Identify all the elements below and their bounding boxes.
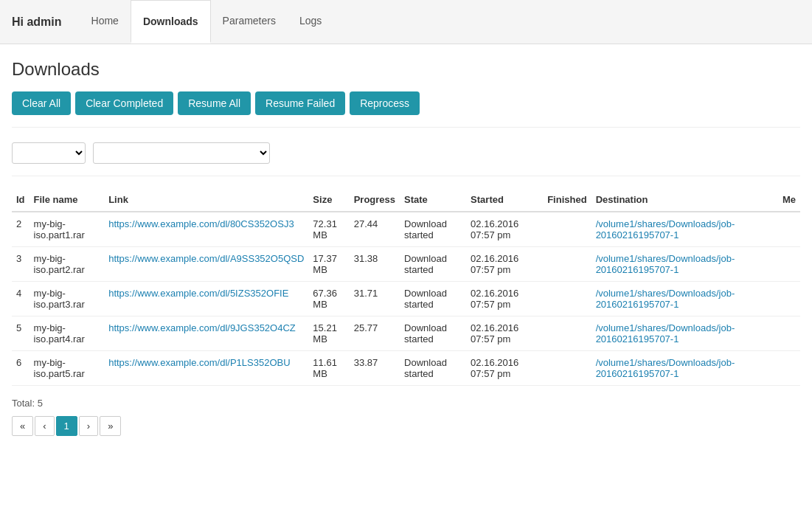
cell-finished xyxy=(543,316,591,351)
col-started: Started xyxy=(466,188,543,212)
cell-link[interactable]: https://www.example.com/dl/5IZS352OFIE xyxy=(104,282,308,316)
pagination-row: Total: 5 « ‹ 1 › » xyxy=(12,398,800,436)
table-header-row: Id File name Link Size Progress State St… xyxy=(12,188,800,212)
cell-state: Download started xyxy=(400,212,466,247)
cell-destination[interactable]: /volume1/shares/Downloads/job-2016021619… xyxy=(591,316,778,351)
cell-me xyxy=(778,247,800,282)
filter-select-2[interactable] xyxy=(93,142,270,164)
cell-state: Download started xyxy=(400,351,466,386)
col-filename: File name xyxy=(30,188,105,212)
cell-me xyxy=(778,212,800,247)
col-me: Me xyxy=(778,188,800,212)
cell-id: 6 xyxy=(12,351,30,386)
cell-progress: 31.71 xyxy=(350,282,400,316)
cell-progress: 31.38 xyxy=(350,247,400,282)
tab-home[interactable]: Home xyxy=(80,0,131,44)
cell-finished xyxy=(543,212,591,247)
reprocess-button[interactable]: Reprocess xyxy=(350,91,420,115)
pagination: « ‹ 1 › » xyxy=(12,416,800,436)
cell-finished xyxy=(543,351,591,386)
cell-destination[interactable]: /volume1/shares/Downloads/job-2016021619… xyxy=(591,351,778,386)
nav-brand: Hi admin xyxy=(12,15,62,29)
page-last-button[interactable]: » xyxy=(100,416,121,436)
table-row: 3 my-big-iso.part2.rar https://www.examp… xyxy=(12,247,800,282)
cell-started: 02.16.2016 07:57 pm xyxy=(466,212,543,247)
cell-progress: 27.44 xyxy=(350,212,400,247)
navbar: Hi admin Home Downloads Parameters Logs xyxy=(0,0,812,44)
cell-me xyxy=(778,282,800,316)
cell-me xyxy=(778,351,800,386)
col-progress: Progress xyxy=(350,188,400,212)
cell-started: 02.16.2016 07:57 pm xyxy=(466,316,543,351)
col-finished: Finished xyxy=(543,188,591,212)
cell-filename: my-big-iso.part3.rar xyxy=(30,282,105,316)
cell-finished xyxy=(543,282,591,316)
cell-me xyxy=(778,316,800,351)
page-title: Downloads xyxy=(12,59,800,80)
cell-link[interactable]: https://www.example.com/dl/9JGS352O4CZ xyxy=(104,316,308,351)
cell-filename: my-big-iso.part5.rar xyxy=(30,351,105,386)
cell-size: 72.31 MB xyxy=(308,212,349,247)
cell-size: 11.61 MB xyxy=(308,351,349,386)
tab-downloads[interactable]: Downloads xyxy=(131,0,211,44)
col-state: State xyxy=(400,188,466,212)
tab-parameters[interactable]: Parameters xyxy=(211,0,288,44)
total-label: Total: 5 xyxy=(12,398,800,409)
page-first-button[interactable]: « xyxy=(12,416,33,436)
cell-size: 67.36 MB xyxy=(308,282,349,316)
col-id: Id xyxy=(12,188,30,212)
cell-filename: my-big-iso.part2.rar xyxy=(30,247,105,282)
page-current-button[interactable]: 1 xyxy=(56,416,77,436)
cell-link[interactable]: https://www.example.com/dl/P1LS352OBU xyxy=(104,351,308,386)
cell-filename: my-big-iso.part1.rar xyxy=(30,212,105,247)
action-buttons: Clear All Clear Completed Resume All Res… xyxy=(12,91,800,128)
cell-id: 2 xyxy=(12,212,30,247)
cell-id: 3 xyxy=(12,247,30,282)
downloads-table: Id File name Link Size Progress State St… xyxy=(12,188,800,386)
table-row: 2 my-big-iso.part1.rar https://www.examp… xyxy=(12,212,800,247)
cell-size: 15.21 MB xyxy=(308,316,349,351)
cell-started: 02.16.2016 07:57 pm xyxy=(466,282,543,316)
resume-failed-button[interactable]: Resume Failed xyxy=(255,91,345,115)
cell-state: Download started xyxy=(400,316,466,351)
cell-destination[interactable]: /volume1/shares/Downloads/job-2016021619… xyxy=(591,282,778,316)
resume-all-button[interactable]: Resume All xyxy=(178,91,251,115)
table-row: 5 my-big-iso.part4.rar https://www.examp… xyxy=(12,316,800,351)
cell-started: 02.16.2016 07:57 pm xyxy=(466,351,543,386)
cell-state: Download started xyxy=(400,282,466,316)
col-destination: Destination xyxy=(591,188,778,212)
cell-link[interactable]: https://www.example.com/dl/80CS352OSJ3 xyxy=(104,212,308,247)
page-prev-button[interactable]: ‹ xyxy=(35,416,54,436)
cell-state: Download started xyxy=(400,247,466,282)
cell-size: 17.37 MB xyxy=(308,247,349,282)
table-row: 4 my-big-iso.part3.rar https://www.examp… xyxy=(12,282,800,316)
cell-finished xyxy=(543,247,591,282)
cell-progress: 33.87 xyxy=(350,351,400,386)
page-next-button[interactable]: › xyxy=(79,416,98,436)
col-link: Link xyxy=(104,188,308,212)
clear-all-button[interactable]: Clear All xyxy=(12,91,71,115)
cell-link[interactable]: https://www.example.com/dl/A9SS352O5QSD xyxy=(104,247,308,282)
cell-id: 4 xyxy=(12,282,30,316)
cell-id: 5 xyxy=(12,316,30,351)
filter-select-1[interactable] xyxy=(12,142,86,164)
page-content: Downloads Clear All Clear Completed Resu… xyxy=(0,44,812,451)
cell-destination[interactable]: /volume1/shares/Downloads/job-2016021619… xyxy=(591,247,778,282)
table-row: 6 my-big-iso.part5.rar https://www.examp… xyxy=(12,351,800,386)
cell-destination[interactable]: /volume1/shares/Downloads/job-2016021619… xyxy=(591,212,778,247)
filter-row xyxy=(12,142,800,176)
nav-tabs: Home Downloads Parameters Logs xyxy=(80,0,334,44)
col-size: Size xyxy=(308,188,349,212)
clear-completed-button[interactable]: Clear Completed xyxy=(75,91,173,115)
cell-progress: 25.77 xyxy=(350,316,400,351)
cell-filename: my-big-iso.part4.rar xyxy=(30,316,105,351)
tab-logs[interactable]: Logs xyxy=(288,0,333,44)
cell-started: 02.16.2016 07:57 pm xyxy=(466,247,543,282)
